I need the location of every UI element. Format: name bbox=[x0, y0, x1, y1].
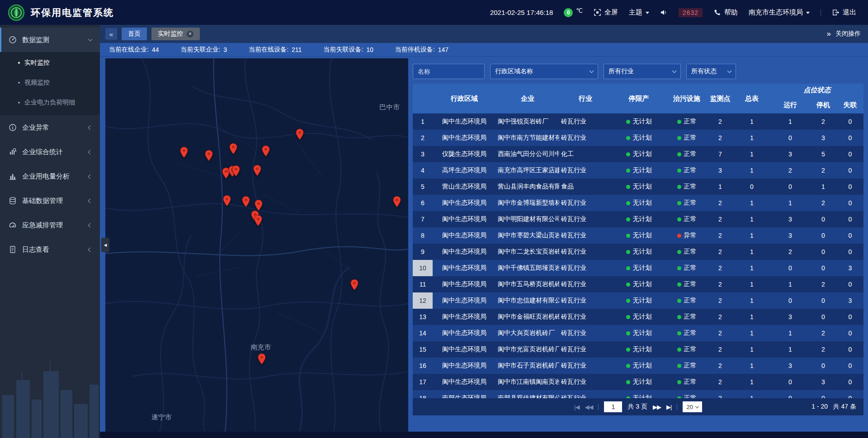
status-text: 无计划 bbox=[633, 345, 652, 353]
col-header-monitor: 监测点 bbox=[708, 84, 733, 113]
status-filter-select[interactable]: 所有状态 bbox=[686, 64, 736, 79]
sidebar-group-header[interactable]: 基础数据管理 bbox=[0, 188, 100, 213]
table-row[interactable]: 1阆中生态环境局阆中强锐页岩砖厂砖瓦行业无计划正常21120 bbox=[413, 113, 863, 130]
table-row[interactable]: 17阆中生态环境局阆中市江南镇阆南页岩砖瓦行业无计划正常21030 bbox=[413, 374, 863, 390]
table-row[interactable]: 9阆中生态环境局阆中市二龙长宝页岩砖砖瓦行业无计划正常21200 bbox=[413, 244, 863, 260]
region-filter-select[interactable]: 行政区域名称 bbox=[490, 64, 598, 79]
industry-filter-select[interactable]: 所有行业 bbox=[604, 64, 681, 79]
tabs-scroll-left-button[interactable]: « bbox=[105, 28, 117, 40]
prev-page-button[interactable]: ◀◀ bbox=[585, 404, 593, 410]
first-page-button[interactable]: |◀ bbox=[574, 404, 579, 410]
map-city-label: 遂宁市 bbox=[151, 413, 172, 422]
table-row[interactable]: 15阆中生态环境局阆中市光富页岩机砖厂砖瓦行业无计划正常21120 bbox=[413, 341, 863, 358]
table-row[interactable]: 16阆中生态环境局阆中市石子页岩机砖厂砖瓦行业无计划正常21300 bbox=[413, 358, 863, 374]
map-pin[interactable] bbox=[296, 128, 304, 141]
table-row[interactable]: 2阆中生态环境局阆中市南方节能建材有砖瓦行业无计划正常21030 bbox=[413, 130, 863, 146]
sidebar-group-header[interactable]: 企业异常 bbox=[0, 115, 100, 140]
map-city-label: 巴中市 bbox=[379, 103, 400, 112]
cell-production-status: 无计划 bbox=[612, 276, 666, 292]
help-label: 帮助 bbox=[724, 8, 738, 17]
table-row[interactable]: 12阆中生态环境局阆中市忠信建材有限公砖瓦行业无计划正常21003 bbox=[413, 292, 863, 309]
status-dot-green bbox=[626, 315, 630, 319]
sidebar-item[interactable]: 企业电力负荷明细 bbox=[0, 93, 100, 113]
cell-lost: 3 bbox=[837, 292, 863, 309]
cell-treatment-status: 正常 bbox=[666, 325, 708, 341]
sidebar-item[interactable]: 实时监控 bbox=[0, 53, 100, 73]
database-icon bbox=[9, 197, 17, 205]
exit-button[interactable]: 退出 bbox=[832, 8, 856, 17]
map-pin[interactable] bbox=[254, 215, 263, 227]
sidebar-group-header[interactable]: 应急减排管理 bbox=[0, 213, 100, 237]
cell-stop: 0 bbox=[810, 358, 837, 374]
map-pin[interactable] bbox=[255, 199, 263, 212]
page-size-select[interactable]: 20 bbox=[683, 401, 702, 412]
close-operations-button[interactable]: 关闭操作 bbox=[835, 30, 861, 38]
sidebar-item-label: 视频监控 bbox=[24, 79, 50, 87]
next-page-button[interactable]: ▶▶ bbox=[653, 404, 661, 410]
cell-industry: 食品 bbox=[559, 179, 612, 195]
table-row[interactable]: 18南部生态环境局南部县双佳建材有限公砖瓦行业无计划正常21000 bbox=[413, 390, 863, 398]
map-panel[interactable]: 巴中市南充市遂宁市 ◀ bbox=[105, 58, 408, 432]
status-text: 无计划 bbox=[633, 313, 652, 321]
sidebar-group-header[interactable]: 数据监测 bbox=[0, 28, 100, 52]
page-number-input[interactable] bbox=[604, 401, 622, 412]
tabs-scroll-right-button[interactable]: » bbox=[827, 28, 831, 40]
fullscreen-button[interactable]: 全屏 bbox=[594, 8, 618, 17]
table-row[interactable]: 11阆中生态环境局阆中市五马桥页岩机砖砖瓦行业无计划正常21120 bbox=[413, 276, 863, 292]
map-pin[interactable] bbox=[180, 146, 189, 159]
map-pin[interactable] bbox=[393, 196, 401, 208]
map-pin[interactable] bbox=[258, 353, 266, 365]
row-index: 16 bbox=[413, 358, 433, 374]
temperature-widget: 0 ℃ bbox=[564, 8, 583, 17]
temperature-value: 0 bbox=[564, 8, 573, 17]
table-row[interactable]: 3仪陇生态环境局西南油气田分公司川中化工无计划正常71350 bbox=[413, 146, 863, 162]
status-text: 正常 bbox=[684, 394, 697, 398]
cell-stop: 0 bbox=[810, 260, 837, 276]
alert-count-badge[interactable]: 2632 bbox=[679, 8, 703, 17]
close-tab-icon[interactable]: ✕ bbox=[187, 31, 193, 38]
sidebar-group-label: 企业综合统计 bbox=[22, 148, 63, 156]
table-row[interactable]: 7阆中生态环境局阆中明阳建材有限公司砖瓦行业无计划正常21300 bbox=[413, 211, 863, 227]
row-index: 3 bbox=[413, 146, 433, 162]
table-row[interactable]: 4高坪生态环境局南充市高坪区王家店建砖瓦行业无计划正常31220 bbox=[413, 162, 863, 179]
table-row[interactable]: 5营山生态环境局营山县润丰肉食品有限食品无计划正常10010 bbox=[413, 179, 863, 195]
sidebar-group-label: 企业用电量分析 bbox=[22, 172, 70, 181]
theme-label: 主题 bbox=[629, 8, 642, 17]
table-row[interactable]: 10阆中生态环境局阆中千佛镇五郎垭页岩砖瓦行业无计划正常21003 bbox=[413, 260, 863, 276]
map-collapse-button[interactable]: ◀ bbox=[101, 238, 109, 252]
last-page-button[interactable]: ▶| bbox=[666, 404, 671, 410]
cell-industry: 砖瓦行业 bbox=[559, 227, 612, 244]
status-dot-green bbox=[677, 331, 681, 335]
map-pin[interactable] bbox=[350, 279, 359, 291]
status-text: 正常 bbox=[684, 378, 697, 386]
table-row[interactable]: 8阆中生态环境局阆中市枣碧大梁山页岩砖瓦行业无计划异常21300 bbox=[413, 227, 863, 244]
status-dot-green bbox=[677, 169, 681, 173]
col-header-index bbox=[413, 84, 433, 113]
map-pin[interactable] bbox=[231, 165, 240, 177]
cell-lost: 0 bbox=[837, 358, 863, 374]
map-pin[interactable] bbox=[223, 195, 231, 207]
table-row[interactable]: 14阆中生态环境局阆中大兴页岩机砖厂砖瓦行业无计划正常21120 bbox=[413, 325, 863, 341]
tab-realtime-monitor[interactable]: 实时监控 ✕ bbox=[151, 28, 200, 40]
map-pin[interactable] bbox=[205, 150, 213, 162]
tab-home[interactable]: 首页 bbox=[122, 28, 147, 40]
org-select[interactable]: 南充市生态环境局 bbox=[749, 8, 810, 17]
map-pin[interactable] bbox=[262, 145, 270, 157]
theme-select[interactable]: 主题 bbox=[629, 8, 649, 17]
sidebar-item[interactable]: 视频监控 bbox=[0, 73, 100, 93]
map-pin[interactable] bbox=[241, 196, 250, 208]
map-pin[interactable] bbox=[229, 143, 237, 155]
table-row[interactable]: 13阆中生态环境局阆中市金福旺页岩机砖砖瓦行业无计划正常21300 bbox=[413, 309, 863, 325]
cell-lost: 0 bbox=[837, 130, 863, 146]
table-row[interactable]: 6阆中生态环境局阆中市金博瑞新型墙材砖瓦行业无计划正常21120 bbox=[413, 195, 863, 211]
map-roads bbox=[105, 58, 408, 432]
help-button[interactable]: 帮助 bbox=[713, 8, 738, 17]
sidebar-group-header[interactable]: 企业综合统计 bbox=[0, 140, 100, 164]
sidebar-group-header[interactable]: 日志查看 bbox=[0, 237, 100, 262]
cell-monitor: 2 bbox=[708, 211, 733, 227]
announcement-button[interactable] bbox=[660, 9, 668, 16]
name-filter-input[interactable] bbox=[413, 64, 485, 79]
map-pin[interactable] bbox=[253, 165, 261, 177]
sidebar-group-header[interactable]: 企业用电量分析 bbox=[0, 164, 100, 188]
cell-treatment-status: 正常 bbox=[666, 292, 708, 309]
